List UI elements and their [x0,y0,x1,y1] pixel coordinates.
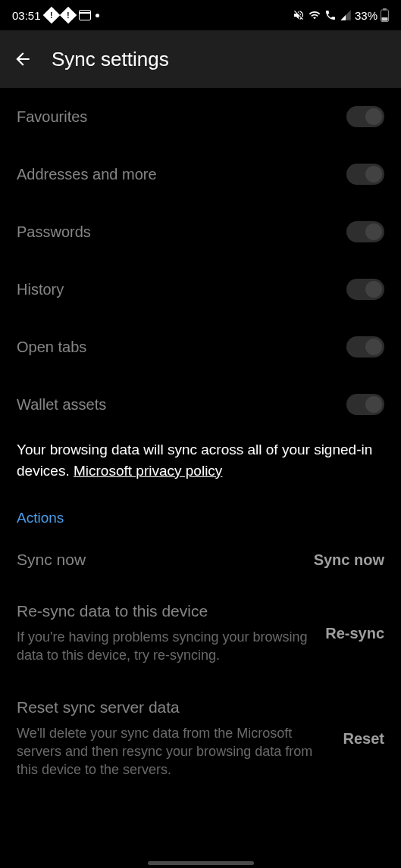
action-reset: Reset sync server data We'll delete your… [0,682,401,796]
alert-icon [62,9,74,21]
action-sync-now: Sync now Sync now [0,534,401,585]
calendar-icon [79,10,91,20]
toggle-open-tabs[interactable]: Open tabs [0,318,401,376]
more-notifications-dot [96,14,99,17]
status-time: 03:51 [12,9,41,22]
resync-button[interactable]: Re-sync [325,625,384,642]
svg-rect-1 [383,8,387,11]
toggle-switch[interactable] [346,164,384,185]
toggle-label: Open tabs [17,339,86,356]
wifi-calling-icon [324,9,337,21]
wifi-icon [308,9,321,21]
svg-rect-2 [382,17,388,21]
battery-icon [381,8,389,22]
status-left: 03:51 [12,9,99,22]
toggle-switch[interactable] [346,221,384,242]
toggle-switch[interactable] [346,106,384,127]
actions-header: Actions [0,493,401,534]
sync-now-button[interactable]: Sync now [314,551,384,569]
reset-button[interactable]: Reset [343,730,384,748]
status-bar: 03:51 33% [0,0,401,30]
privacy-policy-link[interactable]: Microsoft privacy policy [74,463,222,479]
action-title: Re-sync data to this device [17,602,310,620]
toggle-passwords[interactable]: Passwords [0,203,401,261]
page-title: Sync settings [52,48,169,71]
back-button[interactable] [12,48,33,70]
action-desc: We'll delete your sync data from the Mic… [17,724,328,779]
toggle-switch[interactable] [346,394,384,415]
toggle-switch[interactable] [346,279,384,300]
toggle-label: Passwords [17,223,91,241]
content: Favourites Addresses and more Passwords … [0,88,401,796]
back-arrow-icon [13,49,33,69]
toggle-favourites[interactable]: Favourites [0,88,401,145]
toggle-addresses[interactable]: Addresses and more [0,145,401,203]
action-resync: Re-sync data to this device If you're ha… [0,585,401,682]
mute-icon [293,9,305,21]
toggle-label: Favourites [17,108,87,126]
toggle-label: Addresses and more [17,166,157,183]
sync-info-text: Your browsing data will sync across all … [0,433,401,493]
alert-icon [45,9,58,21]
home-indicator[interactable] [148,861,254,865]
toggle-label: Wallet assets [17,396,106,414]
status-right: 33% [293,8,389,22]
toggle-label: History [17,281,64,298]
action-title: Reset sync server data [17,698,328,717]
toggle-history[interactable]: History [0,261,401,318]
action-desc: If you're having problems syncing your b… [17,628,310,665]
battery-percent: 33% [355,9,378,22]
app-bar: Sync settings [0,30,401,88]
action-title: Sync now [17,551,299,569]
toggle-switch[interactable] [346,336,384,358]
signal-icon [340,9,352,21]
toggle-wallet-assets[interactable]: Wallet assets [0,376,401,433]
